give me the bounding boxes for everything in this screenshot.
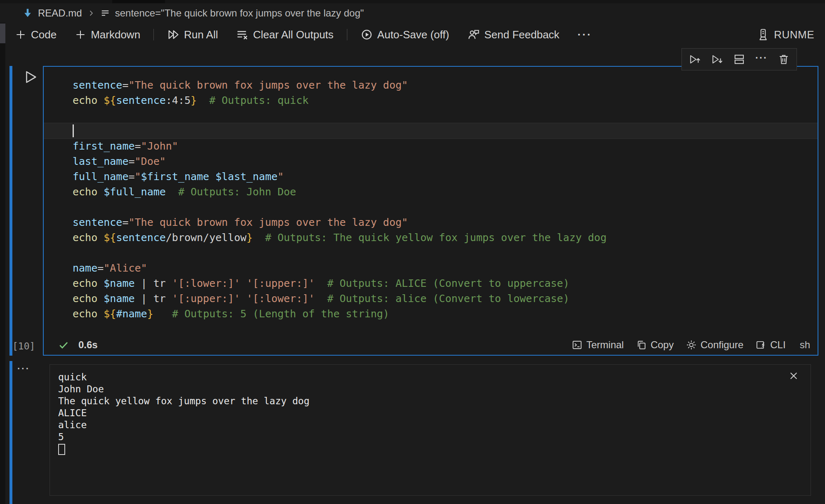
output-lines: quickJohn DoeThe quick yellow fox jumps … [58,371,786,492]
success-check-icon [58,339,69,351]
code-token [97,186,104,198]
code-line[interactable] [73,199,818,215]
breadcrumb-file[interactable]: READ.md [38,7,82,19]
runme-brand-label: RUNME [774,28,814,41]
feedback-person-icon [467,28,480,41]
code-line[interactable]: sentence="The quick brown fox jumps over… [73,215,818,230]
code-token: = [135,140,141,152]
runme-notebook-window: READ.md sentence="The quick brown fox ju… [0,0,825,504]
runme-brand: RUNME [757,28,825,41]
code-line[interactable]: name="Alice" [73,260,818,276]
code-token [253,232,265,244]
code-token: $first_name [141,171,210,183]
code-token: ${ [104,308,116,320]
code-token: } [147,308,153,320]
plus-icon [75,29,86,40]
code-token: "The quick brown fox jumps over the lazy… [128,79,408,91]
split-cell-button[interactable] [733,53,745,66]
code-line[interactable]: full_name="$first_name $last_name" [73,169,818,184]
code-line[interactable] [44,123,818,138]
code-line[interactable]: echo $name | tr '[:lower:]' '[:upper:]' … [73,276,818,291]
code-token: name [73,262,97,274]
auto-save-label: Auto-Save (off) [377,28,449,41]
terminal-label: Terminal [586,339,624,351]
code-line[interactable] [73,108,818,123]
toolbar-divider [347,29,347,40]
code-token: # Outputs: 5 (Length of the string) [172,308,389,320]
execute-below-button[interactable] [711,53,723,66]
copy-label: Copy [651,339,674,351]
code-token: = [128,155,134,167]
execute-above-button[interactable] [688,53,701,66]
cell-hover-toolbar: ··· [681,48,797,70]
output-line: quick [58,371,786,383]
run-all-button[interactable]: Run All [167,28,218,41]
code-token: ${ [104,94,116,106]
add-code-button[interactable]: Code [15,28,57,41]
code-token: # Outputs: quick [209,94,309,106]
code-token: "Alice" [104,262,147,274]
terminal-cursor [58,444,65,455]
code-line[interactable]: last_name="Doe" [73,154,818,169]
run-all-label: Run All [184,28,218,41]
code-token: full_name [73,171,128,183]
add-markdown-button[interactable]: Markdown [75,28,140,41]
code-token: $last_name [215,171,278,183]
text-cursor [73,124,74,137]
cell-statusbar: 0.6s Terminal Copy [44,335,818,355]
cli-bolt-icon [756,340,766,350]
configure-button[interactable]: Configure [686,339,743,351]
code-token [315,277,327,289]
code-line[interactable]: echo ${sentence/brown/yellow} # Outputs:… [73,230,818,245]
terminal-output-panel[interactable]: quickJohn DoeThe quick yellow fox jumps … [50,364,811,496]
code-token: "Doe" [135,155,166,167]
code-editor[interactable]: sentence="The quick brown fox jumps over… [44,67,818,335]
ellipsis-icon: ··· [578,28,592,41]
code-token: first_name [73,140,135,152]
code-token: = [128,171,134,183]
add-code-label: Code [31,28,57,41]
cell-language-indicator[interactable]: sh [800,339,810,351]
chevron-right-icon [87,9,95,17]
cli-button[interactable]: CLI [756,339,785,351]
gear-icon [686,340,697,350]
code-line[interactable]: sentence="The quick brown fox jumps over… [73,77,818,93]
code-line[interactable]: first_name="John" [73,138,818,154]
clear-all-outputs-button[interactable]: Clear All Outputs [236,28,333,41]
output-line: ALICE [58,407,786,419]
close-output-button[interactable] [788,370,799,381]
code-token [315,293,327,305]
terminal-icon [572,340,582,350]
code-token: = [122,216,128,228]
code-token: sentence [73,216,122,228]
cell-status-left: 0.6s [58,339,98,351]
auto-save-toggle[interactable]: Auto-Save (off) [361,28,449,41]
send-feedback-button[interactable]: Send Feedback [467,28,559,41]
code-line[interactable]: echo ${sentence:4:5} # Outputs: quick [73,93,818,108]
run-all-icon [167,28,179,41]
scrollbar-thumb[interactable] [0,23,5,43]
code-line[interactable] [73,245,818,260]
code-lines: sentence="The quick brown fox jumps over… [73,77,818,321]
symbol-list-icon [100,8,110,18]
copy-button[interactable]: Copy [636,339,674,351]
output-more-actions-button[interactable]: ··· [17,363,30,374]
code-token: '[:lower:]' [247,293,315,305]
code-line[interactable]: echo $name | tr '[:upper:]' '[:lower:]' … [73,291,818,306]
cli-label: CLI [770,339,785,351]
code-token [97,277,104,289]
terminal-button[interactable]: Terminal [572,339,624,351]
toolbar-more-button[interactable]: ··· [578,28,592,41]
code-token: last_name [73,155,128,167]
code-line[interactable]: echo $full_name # Outputs: John Doe [73,184,818,199]
code-token: sentence [116,94,165,106]
breadcrumb-symbol[interactable]: sentence="The quick brown fox jumps over… [115,7,364,19]
run-cell-button[interactable] [22,69,38,85]
clear-outputs-icon [236,28,248,41]
left-edge-strip [0,23,5,504]
code-line[interactable]: echo ${#name} # Outputs: 5 (Length of th… [73,306,818,321]
delete-cell-button[interactable] [778,53,790,66]
code-token: echo [73,277,97,289]
code-token: " [278,171,284,183]
code-token: # Outputs: ALICE (Convert to uppercase) [327,277,569,289]
